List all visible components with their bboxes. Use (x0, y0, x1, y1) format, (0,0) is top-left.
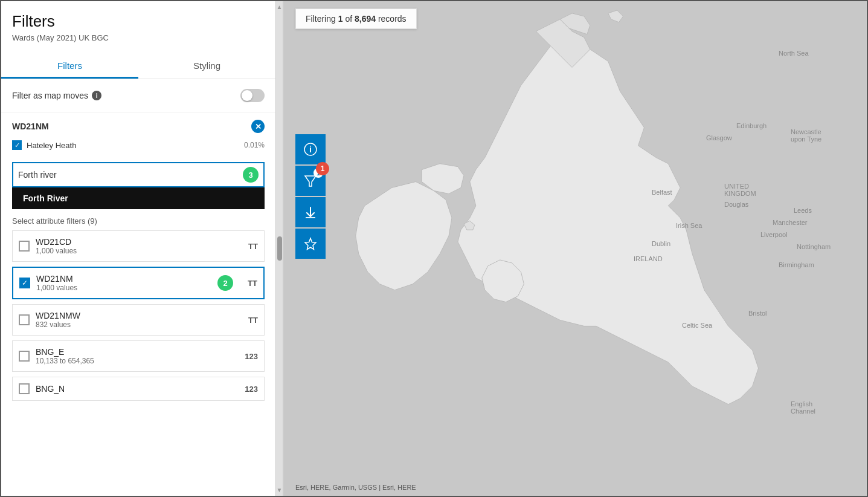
info-icon[interactable]: i (92, 91, 101, 100)
attr-filter-WD21NM[interactable]: WD21NM 1,000 values TT 2 (12, 267, 265, 299)
search-input[interactable] (18, 170, 243, 180)
attr-filter-WD21NMW[interactable]: WD21NMW 832 values TT (12, 304, 265, 336)
search-input-wrapper: 3 (12, 162, 265, 187)
filter-map-row: Filter as map moves i (1, 79, 275, 112)
clear-filter-button[interactable]: ✕ (251, 120, 265, 133)
attr-values-WD21CD: 1,000 values (36, 247, 242, 255)
tab-filters[interactable]: Filters (1, 54, 138, 79)
attr-filters-section: Select attribute filters (9) WD21CD 1,00… (1, 209, 275, 408)
filter-info-bar: Filtering 1 of 8,694 records (295, 8, 417, 29)
map-toolbar: i 1 1 (295, 134, 326, 259)
attr-info-WD21NM: WD21NM 1,000 values (36, 274, 242, 292)
attr-checkbox-WD21NM[interactable] (19, 278, 30, 288)
filter-prefix: Filtering (306, 14, 336, 24)
attr-values-BNG_E: 10,133 to 654,365 (36, 357, 239, 365)
download-tool-icon (304, 206, 317, 219)
svg-marker-4 (305, 176, 316, 186)
filter-suffix: records (378, 14, 407, 24)
toggle-switch[interactable] (240, 89, 265, 102)
attr-info-WD21NMW: WD21NMW 832 values (36, 311, 242, 329)
search-area: 3 Forth River (1, 157, 275, 209)
wd21nm-header: WD21NM ✕ (12, 120, 265, 133)
filter-map-text: Filter as map moves (12, 91, 88, 100)
attr-name-BNG_E: BNG_E (36, 347, 239, 357)
star-tool-icon (304, 237, 317, 250)
attr-name-BNG_N: BNG_N (36, 384, 239, 394)
panel-header: Filters Wards (May 2021) UK BGC (1, 1, 275, 48)
wd21nm-section: WD21NM ✕ Hateley Heath 0.01% (1, 112, 275, 157)
map-area: Filtering 1 of 8,694 records i 1 1 (283, 1, 867, 496)
attr-info-BNG_N: BNG_N (36, 384, 239, 394)
filter-map-label: Filter as map moves i (12, 91, 240, 100)
svg-text:i: i (309, 145, 312, 154)
step-badge-1-map: 1 (316, 162, 329, 175)
attr-values-WD21NM: 1,000 values (36, 284, 242, 292)
hateley-pct: 0.01% (244, 141, 265, 149)
attr-name-WD21NM: WD21NM (36, 274, 242, 284)
panel-subtitle: Wards (May 2021) UK BGC (12, 33, 265, 42)
map-attribution: Esri, HERE, Garmin, USGS | Esri, HERE (295, 484, 416, 491)
info-tool-button[interactable]: i (295, 134, 326, 164)
filter-of: of (345, 14, 352, 24)
attr-name-WD21NMW: WD21NMW (36, 311, 242, 320)
attr-filter-BNG_N[interactable]: BNG_N 123 (12, 377, 265, 401)
left-panel: Filters Wards (May 2021) UK BGC Filters … (1, 1, 276, 496)
tab-styling[interactable]: Styling (138, 54, 275, 79)
attr-type-WD21NM: TT (248, 279, 257, 288)
filter-tool-button[interactable]: 1 1 (295, 166, 326, 196)
filter-count: 1 (338, 14, 343, 24)
attr-checkbox-WD21CD[interactable] (19, 241, 30, 252)
attr-type-BNG_E: 123 (245, 352, 258, 361)
attr-filter-BNG_E[interactable]: BNG_E 10,133 to 654,365 123 (12, 340, 265, 372)
panel-title: Filters (12, 12, 265, 31)
filter-total: 8,694 (355, 14, 376, 24)
dropdown-suggestion[interactable]: Forth River (12, 187, 265, 209)
svg-rect-5 (306, 217, 315, 218)
hateley-checkbox[interactable] (12, 140, 22, 150)
hateley-row: Hateley Heath 0.01% (12, 138, 265, 152)
attr-filters-title: Select attribute filters (9) (12, 216, 265, 226)
attr-info-BNG_E: BNG_E 10,133 to 654,365 (36, 347, 239, 365)
step-badge-3: 3 (243, 167, 259, 183)
attr-filter-WD21CD[interactable]: WD21CD 1,000 values TT (12, 230, 265, 262)
attr-type-WD21CD: TT (248, 242, 258, 251)
map-svg (283, 1, 867, 496)
scrollbar[interactable]: ▲ ▼ (276, 1, 283, 496)
attr-type-WD21NMW: TT (248, 316, 258, 325)
attr-values-WD21NMW: 832 values (36, 320, 242, 329)
attr-checkbox-WD21NMW[interactable] (19, 314, 30, 325)
step-badge-2: 2 (217, 275, 233, 291)
wd21nm-title: WD21NM (12, 122, 251, 131)
attr-checkbox-BNG_E[interactable] (19, 351, 30, 362)
attr-type-BNG_N: 123 (245, 385, 258, 394)
attr-checkbox-BNG_N[interactable] (19, 383, 30, 394)
star-tool-button[interactable] (295, 229, 326, 259)
svg-marker-6 (305, 238, 316, 250)
attr-info-WD21CD: WD21CD 1,000 values (36, 237, 242, 255)
download-tool-button[interactable] (295, 197, 326, 227)
attr-name-WD21CD: WD21CD (36, 237, 242, 247)
tabs-row: Filters Styling (1, 54, 275, 79)
info-tool-icon: i (304, 143, 317, 156)
hateley-label: Hateley Heath (27, 141, 244, 150)
